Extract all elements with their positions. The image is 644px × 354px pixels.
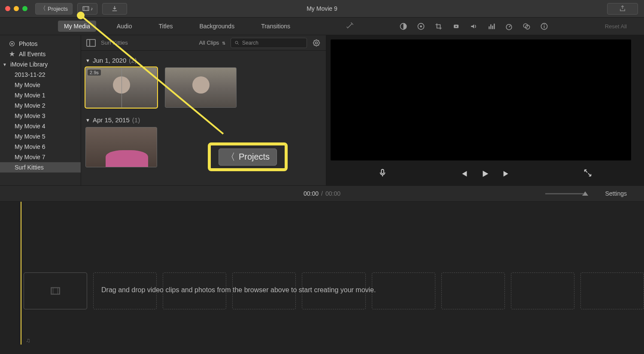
clip-placeholder[interactable] [511,272,574,309]
disclosure-triangle-icon: ▼ [85,58,90,63]
browser-tabs: My Media Audio Titles Backgrounds Transi… [0,18,644,35]
tab-titles[interactable]: Titles [153,21,179,32]
browser-body: ▼ Jun 1, 2020 (2) 2.9s ▼ Apr 15, 2015 (1… [81,51,326,185]
sidebar-photos[interactable]: Photos [0,39,81,49]
time-display-bar: 00:00 / 00:00 Settings [0,185,644,202]
share-button[interactable] [607,3,638,15]
tab-transitions[interactable]: Transitions [255,21,296,32]
sidebar-event[interactable]: 2013-11-22 [0,70,81,80]
sidebar-library-label: iMovie Library [10,61,48,68]
sidebar-photos-label: Photos [19,40,38,47]
download-arrow-icon [111,5,118,12]
audio-track-icon: ♫ [26,337,30,344]
filmstrip-icon [82,5,90,12]
sidebar-event-selected[interactable]: Surf Kitties [0,162,81,172]
previous-button[interactable] [459,169,468,179]
microphone-icon [378,168,387,178]
filter-icon[interactable] [522,22,531,30]
music-note-icon: ♪ [91,6,93,11]
zoom-slider[interactable] [545,191,588,196]
media-view-button[interactable]: ♪ [77,3,98,15]
browser-header: Surf Kitties All Clips ⇅ Search [81,35,326,51]
search-field[interactable]: Search [231,38,307,48]
media-browser: Surf Kitties All Clips ⇅ Search ▼ Jun 1,… [81,35,326,185]
speed-icon[interactable] [505,22,513,30]
clip-thumbnail[interactable] [165,67,237,108]
time-current: 00:00 [304,190,319,197]
crop-icon[interactable] [434,22,443,30]
svg-rect-9 [490,24,491,29]
fullscreen-window-button[interactable] [22,6,27,11]
library-sidebar: Photos All Events ▼ iMovie Library 2013-… [0,35,81,185]
next-button[interactable] [502,169,511,179]
svg-rect-11 [494,24,495,29]
sidebar-event[interactable]: My Movie 5 [0,131,81,142]
clip-filter-dropdown[interactable]: All Clips ⇅ [199,39,225,46]
clip-placeholder[interactable] [441,272,505,309]
svg-rect-25 [51,287,60,294]
minimize-window-button[interactable] [14,6,19,11]
color-correction-icon[interactable] [417,22,425,30]
filmstrip-icon [50,285,61,297]
svg-point-20 [235,41,238,44]
sidebar-event[interactable]: My Movie 6 [0,142,81,152]
svg-point-19 [11,43,13,45]
date-group-header[interactable]: ▼ Apr 15, 2015 (1) [84,114,326,127]
wand-icon [346,21,354,30]
expand-icon [583,168,592,178]
svg-point-23 [316,42,318,44]
import-button[interactable] [102,3,127,15]
timeline[interactable]: Drag and drop video clips and photos fro… [0,202,644,354]
date-group-header[interactable]: ▼ Jun 1, 2020 (2) [84,54,326,67]
clip-thumbnail[interactable]: 2.9s [85,67,157,108]
tab-my-media[interactable]: My Media [58,21,96,32]
volume-icon[interactable] [470,22,478,30]
sidebar-event[interactable]: My Movie 1 [0,90,81,100]
tab-backgrounds[interactable]: Backgrounds [193,21,240,32]
projects-back-button[interactable]: 〈 Projects [35,3,73,15]
timeline-settings-button[interactable]: Settings [605,190,627,197]
tab-audio[interactable]: Audio [111,21,138,32]
disclosure-triangle-icon: ▼ [85,118,90,123]
chevron-left-icon: 〈 [226,151,235,163]
chevron-left-icon: 〈 [40,5,46,12]
disclosure-triangle-icon[interactable]: ▼ [3,62,7,67]
play-button[interactable] [480,169,490,179]
color-balance-icon[interactable] [399,22,407,30]
clip-placeholder[interactable] [580,272,644,309]
layout-toggle-button[interactable] [86,39,96,47]
video-viewer[interactable] [331,39,631,160]
clip-placeholder[interactable] [372,272,435,309]
sidebar-event[interactable]: My Movie 2 [0,100,81,111]
clip-thumbnail[interactable] [85,127,157,167]
inspector-toolbar [399,22,548,30]
browser-event-title: Surf Kitties [101,39,194,46]
enhance-wand-button[interactable] [346,21,354,31]
photos-icon [9,40,15,47]
browser-settings-button[interactable] [312,39,321,47]
sidebar-event[interactable]: My Movie 3 [0,111,81,121]
search-icon [234,40,240,45]
playback-controls [326,162,644,185]
equalizer-icon[interactable] [487,22,495,30]
sidebar-event[interactable]: My Movie 7 [0,152,81,162]
callout-label: Projects [239,152,270,162]
window-controls [5,6,27,11]
sidebar-event[interactable]: My Movie 4 [0,121,81,131]
info-icon[interactable] [540,22,548,30]
svg-rect-0 [83,7,89,11]
sidebar-library-header[interactable]: ▼ iMovie Library [0,59,81,70]
voiceover-button[interactable] [378,168,387,179]
time-total: 00:00 [325,190,340,197]
window-title: My Movie 9 [307,5,337,12]
search-placeholder: Search [242,40,258,46]
svg-rect-8 [489,26,489,29]
sidebar-event[interactable]: My Movie [0,80,81,90]
reset-all-button[interactable]: Reset All [605,23,627,30]
fullscreen-button[interactable] [583,168,592,179]
close-window-button[interactable] [5,6,10,11]
clip-placeholder[interactable] [24,272,87,309]
stabilization-icon[interactable] [452,22,460,30]
playhead[interactable] [21,202,21,345]
sidebar-all-events[interactable]: All Events [0,49,81,59]
